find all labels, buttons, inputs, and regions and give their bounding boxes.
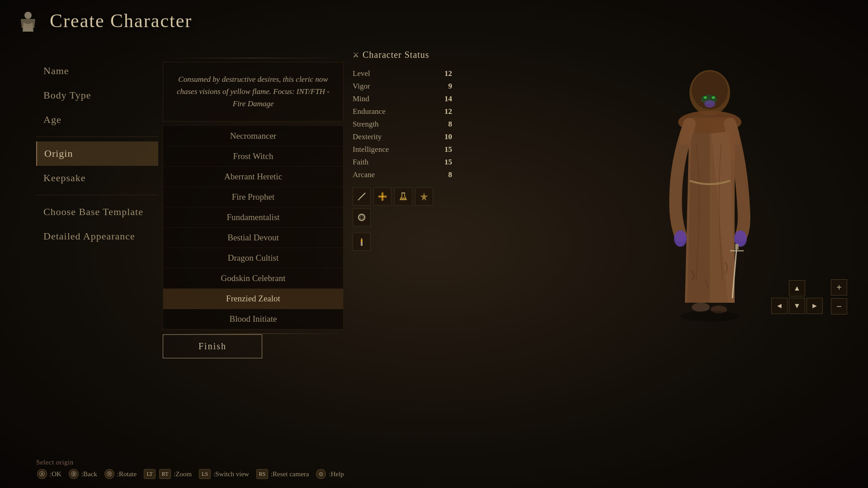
stat-dexterity-name: Dexterity [353,132,382,141]
zoom-out-button[interactable]: − [831,298,847,314]
stat-level: Level 12 [353,67,452,80]
equip-flask [394,188,412,206]
stat-mind: Mind 14 [353,93,452,105]
origin-aberrant-heretic[interactable]: Aberrant Heretic [163,167,343,187]
zoom-controls: + − [831,279,847,314]
sidebar-item-keepsake[interactable]: Keepsake [36,166,158,190]
center-panel: Consumed by destructive desires, this cl… [163,54,344,338]
camera-controls: ▲ ◄ ▼ ► [771,280,823,314]
ctrl-rs-icon: RS [256,469,268,479]
character-svg [17,10,39,32]
stat-arcane-value: 8 [439,170,452,179]
ctrl-r-label: :Rotate [117,470,137,478]
description-box: Consumed by destructive desires, this cl… [163,62,344,122]
origin-fundamentalist[interactable]: Fundamentalist [163,207,343,228]
page-container: Create Character Name Body Type Age Orig… [0,0,868,488]
sword-icon [357,192,367,202]
stat-faith-value: 15 [439,158,452,167]
stat-strength-value: 8 [439,120,452,129]
sidebar-divider-2 [36,195,158,195]
stat-intelligence-value: 15 [439,145,452,154]
stat-faith-name: Faith [353,158,368,167]
equipment-row-1 [353,188,452,226]
candle-icon [357,237,367,247]
ctrl-a-icon: Ⓐ [37,469,47,479]
description-text: Consumed by destructive desires, this cl… [172,73,334,110]
character-icon [15,8,41,33]
ctrl-a-label: :OK [50,470,61,478]
stat-arcane-name: Arcane [353,170,375,179]
status-icon: ⚔ [353,51,359,59]
sidebar-item-name[interactable]: Name [36,59,158,83]
svg-point-5 [382,198,384,201]
stat-endurance-value: 12 [439,107,452,116]
bottom-bar: Select origin Ⓐ :OK Ⓑ :Back Ⓡ :Rotate LT… [36,459,832,479]
equipment-row-2 [353,233,452,251]
sidebar-item-origin[interactable]: Origin [36,141,158,166]
origin-frost-witch[interactable]: Frost Witch [163,146,343,167]
sidebar-item-choose-base[interactable]: Choose Base Template [36,200,158,224]
ctrl-help-label: :Help [329,470,344,478]
stat-mind-name: Mind [353,94,369,103]
status-title: Character Status [363,50,429,60]
equip-talisman [415,188,433,206]
ctrl-r-icon: Ⓡ [104,469,114,479]
ctrl-ls-label: :Switch view [213,470,249,478]
hint-text: Select origin [36,459,832,466]
svg-point-10 [360,216,363,219]
equip-weapon [353,188,371,206]
svg-point-23 [674,230,687,247]
top-divider [163,58,344,58]
ctrl-ls-icon: LS [199,469,211,479]
origin-list: Necromancer Frost Witch Aberrant Heretic… [163,126,344,330]
page-title: Create Character [50,10,192,32]
zoom-in-button[interactable]: + [831,279,847,296]
stat-vigor: Vigor 9 [353,80,452,93]
ctrl-lt-icon: LT [144,469,156,479]
stat-strength-name: Strength [353,120,379,129]
stat-level-name: Level [353,69,370,78]
svg-point-3 [381,195,384,198]
stat-intelligence: Intelligence 15 [353,143,452,156]
origin-bestial-devout[interactable]: Bestial Devout [163,228,343,248]
stat-endurance: Endurance 12 [353,105,452,118]
sidebar-divider-1 [36,136,158,137]
stat-intelligence-name: Intelligence [353,145,389,154]
ctrl-b-icon: Ⓑ [69,469,79,479]
stat-dexterity: Dexterity 10 [353,131,452,143]
ctrl-help-icon: ⊙ [316,469,326,479]
camera-left-button[interactable]: ◄ [771,298,788,314]
stat-arcane: Arcane 8 [353,169,452,181]
equip-candle [353,233,371,251]
svg-rect-27 [735,244,739,249]
origin-fire-prophet[interactable]: Fire Prophet [163,187,343,207]
camera-right-button[interactable]: ► [807,298,823,314]
sidebar-item-detailed[interactable]: Detailed Appearance [36,224,158,249]
svg-point-19 [703,96,707,99]
sidebar-item-age[interactable]: Age [36,108,158,132]
ctrl-rt-label: :Zoom [174,470,192,478]
sidebar-item-body-type[interactable]: Body Type [36,83,158,108]
character-preview [642,36,778,352]
flower-icon [377,192,387,202]
bottom-divider [163,333,344,334]
svg-point-12 [361,239,363,242]
controls-text: Ⓐ :OK Ⓑ :Back Ⓡ :Rotate LT RT :Zoom LS :… [36,469,832,479]
svg-point-30 [680,311,739,322]
camera-up-button[interactable]: ▲ [789,280,805,296]
header: Create Character [0,0,868,42]
stat-strength: Strength 8 [353,118,452,131]
origin-godskin-celebrant[interactable]: Godskin Celebrant [163,268,343,289]
stat-faith: Faith 15 [353,156,452,169]
svg-point-4 [382,192,384,196]
svg-point-20 [712,96,715,99]
origin-blood-initiate[interactable]: Blood Initiate [163,309,343,329]
equip-flower [373,188,392,206]
stat-vigor-value: 9 [439,82,452,91]
origin-frenzied-zealot[interactable]: Frenzied Zealot [163,289,343,309]
origin-necromancer[interactable]: Necromancer [163,126,343,146]
finish-button[interactable]: Finish [163,334,262,358]
camera-down-button[interactable]: ▼ [789,298,805,314]
svg-point-0 [24,12,32,19]
origin-dragon-cultist[interactable]: Dragon Cultist [163,248,343,268]
